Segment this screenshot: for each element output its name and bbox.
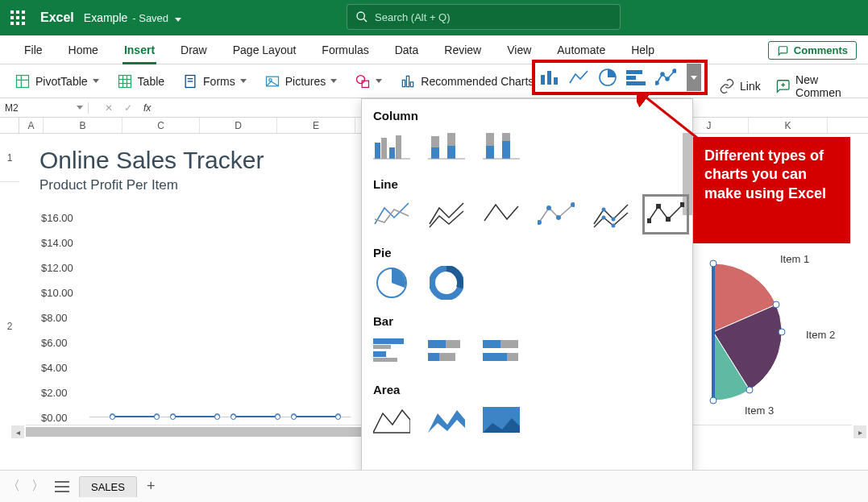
line-basic-icon[interactable]: [373, 199, 410, 230]
line-100-markers-icon[interactable]: [647, 199, 684, 230]
tab-home[interactable]: Home: [56, 35, 111, 64]
col-header-E[interactable]: E: [277, 118, 355, 133]
chevron-down-icon[interactable]: [376, 79, 382, 83]
bar-100-icon[interactable]: [483, 336, 520, 367]
app-launcher-icon[interactable]: [0, 0, 35, 35]
chart-gallery-expand[interactable]: [687, 64, 701, 91]
document-name[interactable]: Example: [84, 11, 127, 24]
area-100-icon[interactable]: [483, 405, 520, 435]
chevron-down-icon[interactable]: [330, 79, 337, 83]
chart-title[interactable]: Online Sales Tracker: [28, 140, 359, 174]
svg-rect-76: [428, 340, 446, 348]
tab-draw[interactable]: Draw: [168, 35, 220, 64]
chart-bars[interactable]: [104, 218, 346, 417]
line-markers-icon[interactable]: [538, 199, 575, 230]
table-button[interactable]: Table: [110, 70, 171, 93]
chart-plot-area[interactable]: $16.00$14.00$12.00$10.00$8.00$6.00$4.00$…: [41, 218, 351, 417]
pictures-button[interactable]: Pictures: [258, 70, 344, 93]
chart-bar[interactable]: [293, 416, 338, 417]
svg-point-37: [661, 73, 664, 76]
formula-input-area[interactable]: ✕ ✓ fx: [89, 102, 151, 114]
area-basic-icon[interactable]: [373, 405, 410, 435]
pie-label-3: Item 3: [745, 405, 774, 417]
tab-page-layout[interactable]: Page Layout: [220, 35, 309, 64]
selection-handle[interactable]: [154, 414, 160, 420]
selection-handle[interactable]: [214, 414, 220, 420]
link-button[interactable]: Link: [716, 75, 764, 97]
line-100-icon[interactable]: [483, 199, 520, 230]
pie-icon[interactable]: [373, 268, 410, 298]
app-name: Excel: [40, 10, 74, 25]
scroll-right-arrow[interactable]: ▸: [853, 425, 866, 438]
sheet-nav-prev[interactable]: 〈: [6, 479, 21, 494]
chevron-down-icon[interactable]: [240, 79, 247, 83]
embedded-pie-chart[interactable]: Item 1 Item 2 Item 3: [701, 251, 862, 421]
row-header-1[interactable]: 1: [0, 134, 19, 182]
chart-bar[interactable]: [233, 416, 278, 417]
sheet-nav-next[interactable]: 〉: [31, 479, 45, 494]
svg-rect-35: [626, 81, 646, 85]
tab-file[interactable]: File: [11, 35, 56, 64]
tab-formulas[interactable]: Formulas: [309, 35, 381, 64]
recommended-charts-button[interactable]: Recommended Charts: [393, 70, 540, 93]
selection-handle[interactable]: [291, 414, 297, 420]
area-stacked-icon[interactable]: [428, 405, 465, 435]
svg-rect-2: [22, 10, 25, 14]
chart-subtitle[interactable]: Product Profit Per Item: [28, 174, 359, 198]
selection-handle[interactable]: [110, 414, 115, 420]
new-comment-button[interactable]: New Commen: [772, 70, 868, 102]
chevron-down-icon[interactable]: [175, 10, 181, 25]
svg-rect-66: [656, 204, 661, 209]
chart-bar[interactable]: [112, 416, 157, 417]
pivot-table-button[interactable]: PivotTable: [8, 70, 106, 93]
section-line: Line: [362, 168, 692, 196]
col-header-C[interactable]: C: [123, 118, 200, 133]
line-chart-icon[interactable]: [567, 68, 590, 87]
line-stacked-icon[interactable]: [428, 199, 465, 230]
forms-button[interactable]: Forms: [176, 70, 253, 93]
line-stacked-markers-icon[interactable]: [592, 199, 629, 230]
col-header-K[interactable]: K: [749, 118, 828, 133]
column-stacked-icon[interactable]: [428, 131, 465, 161]
chevron-down-icon[interactable]: [93, 79, 99, 83]
tab-insert[interactable]: Insert: [111, 35, 168, 64]
sheet-tab-sales[interactable]: SALES: [79, 476, 137, 497]
select-all-corner[interactable]: [0, 118, 19, 134]
comments-button[interactable]: Comments: [768, 41, 857, 60]
bar-stacked-icon[interactable]: [428, 336, 465, 367]
all-sheets-icon[interactable]: [55, 481, 69, 492]
column-chart-icon[interactable]: [538, 68, 561, 87]
scatter-chart-icon[interactable]: [654, 68, 677, 87]
bar-chart-icon[interactable]: [625, 68, 648, 87]
embedded-chart[interactable]: Online Sales Tracker Product Profit Per …: [28, 140, 359, 446]
doughnut-icon[interactable]: [428, 268, 465, 298]
scroll-left-arrow[interactable]: ◂: [11, 425, 24, 438]
selection-handle[interactable]: [230, 414, 236, 420]
tab-data[interactable]: Data: [382, 35, 432, 64]
svg-point-61: [602, 208, 606, 212]
row-headers[interactable]: 1 2: [0, 134, 19, 470]
fx-icon[interactable]: fx: [143, 102, 151, 114]
chart-bar[interactable]: [172, 416, 218, 417]
svg-point-90: [710, 260, 716, 267]
pie-chart-icon[interactable]: [596, 68, 619, 87]
shapes-button[interactable]: [348, 70, 388, 93]
svg-rect-7: [16, 22, 19, 25]
enter-icon[interactable]: ✓: [124, 102, 132, 114]
chevron-down-icon[interactable]: [77, 106, 83, 110]
cancel-icon[interactable]: ✕: [105, 102, 113, 114]
search-box[interactable]: Search (Alt + Q): [347, 4, 621, 30]
column-clustered-icon[interactable]: [373, 131, 410, 161]
col-header-D[interactable]: D: [200, 118, 277, 133]
tab-review[interactable]: Review: [431, 35, 494, 64]
selection-handle[interactable]: [275, 414, 280, 420]
column-100stacked-icon[interactable]: [483, 131, 520, 161]
col-header-B[interactable]: B: [44, 118, 123, 133]
add-sheet-button[interactable]: +: [147, 478, 156, 495]
bar-clustered-icon[interactable]: [373, 336, 410, 367]
name-box[interactable]: M2: [0, 102, 89, 114]
svg-rect-80: [483, 340, 500, 348]
col-header-A[interactable]: A: [19, 118, 44, 133]
selection-handle[interactable]: [335, 414, 341, 420]
selection-handle[interactable]: [170, 414, 176, 420]
